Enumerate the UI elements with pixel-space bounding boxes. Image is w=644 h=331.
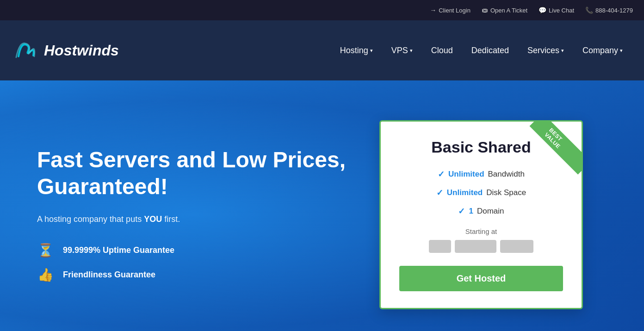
- nav-dedicated[interactable]: Dedicated: [464, 41, 516, 60]
- phone-link[interactable]: 📞 888-404-1279: [585, 6, 633, 14]
- top-bar: → Client Login 🎟 Open A Ticket 💬 Live Ch…: [0, 0, 644, 20]
- hero-content: Fast Servers and Low Prices, Guaranteed!…: [37, 147, 361, 282]
- nav-hosting[interactable]: Hosting ▾: [333, 41, 380, 60]
- disk-highlight: Unlimited: [447, 188, 483, 197]
- pricing-card-container: Basic Shared ✓ Unlimited Bandwidth ✓ Unl…: [379, 120, 583, 309]
- domain-highlight: 1: [469, 207, 473, 216]
- check-icon: ✓: [436, 188, 443, 198]
- chevron-down-icon: ▾: [561, 48, 564, 54]
- logo[interactable]: Hostwinds: [14, 38, 119, 63]
- nav-vps[interactable]: VPS ▾: [384, 41, 420, 60]
- pricing-card: Basic Shared ✓ Unlimited Bandwidth ✓ Unl…: [379, 120, 583, 309]
- check-icon: ✓: [438, 169, 445, 179]
- main-nav: Hosting ▾ VPS ▾ Cloud Dedicated Services…: [333, 41, 630, 60]
- logo-icon: [14, 38, 39, 63]
- logo-wordmark: Hostwinds: [44, 42, 119, 59]
- starting-at-label: Starting at: [399, 227, 563, 235]
- get-hosted-button[interactable]: Get Hosted: [399, 266, 563, 291]
- nav-services[interactable]: Services ▾: [520, 41, 571, 60]
- price-bar-1: [429, 240, 451, 253]
- open-ticket-link[interactable]: 🎟 Open A Ticket: [482, 6, 527, 14]
- uptime-icon: ⏳: [37, 243, 54, 258]
- live-chat-link[interactable]: 💬 Live Chat: [539, 6, 574, 14]
- chevron-down-icon: ▾: [370, 48, 373, 54]
- hero-features-list: ⏳ 99.9999% Uptime Guarantee 👍 Friendline…: [37, 243, 361, 282]
- thumbsup-icon: 👍: [37, 267, 54, 282]
- domain-text: Domain: [477, 207, 504, 216]
- price-bar-3: [500, 240, 533, 253]
- nav-cloud[interactable]: Cloud: [424, 41, 460, 60]
- chevron-down-icon: ▾: [620, 48, 623, 54]
- phone-icon: 📞: [585, 6, 593, 14]
- feature-uptime: ⏳ 99.9999% Uptime Guarantee: [37, 243, 361, 258]
- ticket-icon: 🎟: [482, 6, 488, 14]
- bandwidth-text: Bandwidth: [488, 170, 525, 179]
- client-login-link[interactable]: → Client Login: [430, 6, 471, 14]
- disk-text: Disk Space: [486, 188, 526, 197]
- hero-section: Fast Servers and Low Prices, Guaranteed!…: [0, 80, 644, 331]
- nav-company[interactable]: Company ▾: [575, 41, 630, 60]
- card-feature-disk: ✓ Unlimited Disk Space: [399, 188, 563, 198]
- hero-subtext: A hosting company that puts YOU first.: [37, 215, 361, 224]
- phone-number: 888-404-1279: [595, 7, 633, 14]
- live-chat-label: Live Chat: [549, 7, 574, 14]
- hero-headline: Fast Servers and Low Prices, Guaranteed!: [37, 147, 361, 200]
- best-value-ribbon: [526, 122, 582, 177]
- open-ticket-label: Open A Ticket: [490, 7, 527, 14]
- feature-friendliness: 👍 Friendliness Guarantee: [37, 267, 361, 282]
- price-bar-2: [455, 240, 496, 253]
- card-feature-domain: ✓ 1 Domain: [399, 206, 563, 216]
- header: Hostwinds Hosting ▾ VPS ▾ Cloud Dedicate…: [0, 20, 644, 80]
- client-login-label: Client Login: [439, 7, 471, 14]
- check-icon: ✓: [458, 206, 465, 216]
- price-display: [399, 240, 563, 253]
- login-icon: →: [430, 6, 436, 14]
- bandwidth-highlight: Unlimited: [448, 170, 484, 179]
- chat-icon: 💬: [539, 6, 546, 14]
- chevron-down-icon: ▾: [410, 48, 413, 54]
